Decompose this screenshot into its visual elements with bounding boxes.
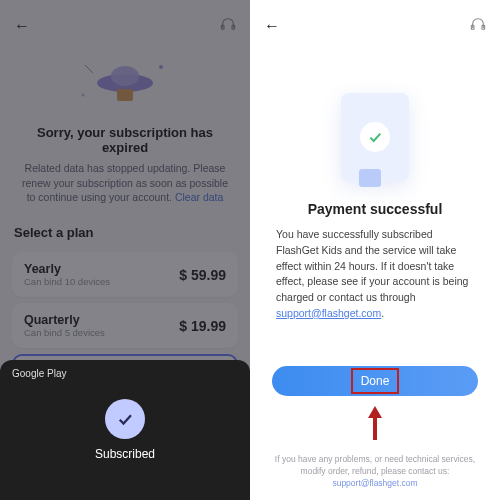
support-icon[interactable]: [470, 16, 486, 35]
payment-success-body: You have successfully subscribed FlashGe…: [250, 227, 500, 322]
expired-title: Sorry, your subscription has expired: [18, 125, 232, 155]
clear-data-link[interactable]: Clear data: [175, 191, 223, 203]
svg-rect-4: [117, 89, 133, 101]
support-icon[interactable]: [220, 16, 236, 35]
svg-point-7: [82, 94, 85, 97]
payment-success-screen: ← Payment successful You have successful…: [250, 0, 500, 500]
select-plan-heading: Select a plan: [0, 215, 250, 246]
success-illustration: [250, 43, 500, 195]
google-play-sheet: Google Play Subscribed: [0, 360, 250, 500]
expired-body: Related data has stopped updating. Pleas…: [18, 161, 232, 205]
illustration: [0, 43, 250, 119]
done-label: Done: [361, 374, 390, 388]
footer-support-link[interactable]: support@flashget.com: [332, 478, 417, 488]
plan-quarterly[interactable]: Quarterly Can bind 5 devices $ 19.99: [12, 303, 238, 348]
plan-yearly[interactable]: Yearly Can bind 10 devices $ 59.99: [12, 252, 238, 297]
check-circle-icon: [105, 399, 145, 439]
done-button[interactable]: Done: [272, 366, 478, 396]
google-play-label: Google Play: [12, 368, 66, 379]
plan-price: $ 19.99: [179, 318, 226, 334]
svg-line-5: [85, 65, 93, 73]
svg-point-3: [111, 66, 139, 86]
arrow-up-icon: [250, 406, 500, 440]
footer-note: If you have any problems, or need techni…: [250, 454, 500, 490]
plan-name: Yearly: [24, 262, 110, 276]
header: ←: [250, 0, 500, 43]
header: ←: [0, 0, 250, 43]
support-email-link[interactable]: support@flashget.com: [276, 307, 381, 319]
subscribed-label: Subscribed: [95, 447, 155, 461]
plan-sub: Can bind 5 devices: [24, 327, 105, 338]
subscription-screen: ← Sorry, your subscription has expired R…: [0, 0, 250, 500]
checkmark-icon: [360, 122, 390, 152]
expired-message: Sorry, your subscription has expired Rel…: [0, 119, 250, 215]
plan-sub: Can bind 10 devices: [24, 276, 110, 287]
payment-success-title: Payment successful: [250, 201, 500, 217]
plan-price: $ 59.99: [179, 267, 226, 283]
svg-point-6: [159, 65, 163, 69]
back-arrow-icon[interactable]: ←: [264, 17, 280, 35]
back-arrow-icon[interactable]: ←: [14, 17, 30, 35]
plan-name: Quarterly: [24, 313, 105, 327]
